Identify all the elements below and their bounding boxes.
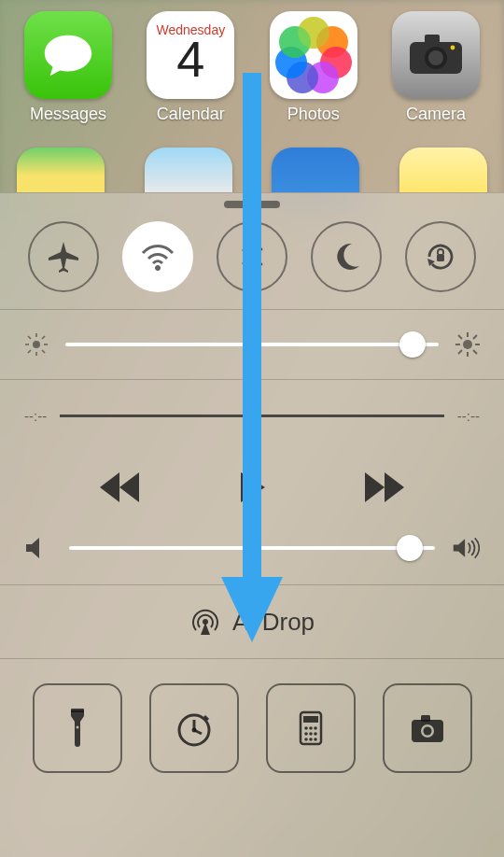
- transport-controls: [24, 472, 480, 506]
- timer-button[interactable]: [149, 683, 239, 773]
- bluetooth-icon: [233, 238, 271, 275]
- svg-point-39: [309, 732, 313, 736]
- svg-line-21: [458, 335, 462, 339]
- calendar-icon: Wednesday 4: [147, 11, 234, 99]
- scrubber-track[interactable]: [60, 414, 444, 417]
- svg-rect-1: [425, 35, 440, 44]
- brightness-track[interactable]: [65, 343, 439, 346]
- brightness-low-icon: [24, 332, 49, 357]
- rotation-lock-icon: [422, 238, 459, 275]
- svg-line-13: [42, 350, 45, 353]
- home-screen-row-2: [0, 148, 504, 194]
- app-camera[interactable]: Camera: [385, 11, 487, 124]
- moon-icon: [328, 238, 365, 275]
- brightness-high-icon: [455, 332, 480, 357]
- svg-point-7: [33, 341, 40, 348]
- svg-rect-34: [303, 716, 318, 723]
- airplane-icon: [45, 238, 82, 275]
- svg-line-23: [458, 350, 462, 354]
- control-center-panel: --:-- --:-- AirDrop: [0, 192, 504, 857]
- svg-point-3: [428, 50, 443, 65]
- rewind-icon: [100, 472, 139, 502]
- camera-quick-icon: [406, 707, 449, 750]
- volume-high-icon: [452, 536, 480, 560]
- app-messages[interactable]: Messages: [17, 11, 119, 124]
- svg-line-22: [473, 350, 477, 354]
- svg-point-37: [314, 726, 317, 730]
- media-scrubber[interactable]: --:-- --:--: [24, 408, 480, 424]
- wifi-toggle[interactable]: [122, 221, 193, 292]
- play-button[interactable]: [232, 472, 272, 506]
- svg-line-24: [473, 335, 477, 339]
- airdrop-button[interactable]: AirDrop: [0, 585, 504, 659]
- next-track-button[interactable]: [365, 472, 404, 506]
- camera-icon: [392, 11, 480, 99]
- messages-icon: [24, 11, 112, 99]
- app-peek[interactable]: [145, 148, 232, 194]
- panel-grabber[interactable]: [224, 201, 280, 208]
- quick-actions-row: [0, 659, 504, 797]
- airdrop-label: AirDrop: [232, 608, 315, 637]
- remaining-time: --:--: [457, 408, 480, 424]
- svg-point-35: [304, 726, 308, 730]
- svg-point-5: [156, 266, 161, 271]
- calendar-day: 4: [176, 34, 204, 84]
- photos-icon: [270, 11, 357, 99]
- camera-button[interactable]: [383, 683, 472, 773]
- svg-rect-6: [437, 254, 444, 261]
- app-calendar[interactable]: Wednesday 4 Calendar: [139, 11, 242, 124]
- app-label: Camera: [406, 105, 466, 124]
- svg-line-14: [28, 350, 31, 353]
- app-label: Messages: [30, 105, 106, 124]
- wifi-icon: [139, 238, 176, 275]
- play-icon: [232, 472, 272, 502]
- airdrop-icon: [189, 606, 221, 638]
- svg-rect-45: [421, 715, 430, 722]
- forward-icon: [365, 472, 404, 502]
- svg-point-40: [314, 732, 317, 736]
- svg-point-42: [309, 738, 313, 741]
- volume-low-icon: [24, 536, 52, 560]
- svg-line-15: [42, 336, 45, 339]
- app-peek[interactable]: [399, 148, 487, 194]
- svg-point-16: [463, 340, 472, 349]
- brightness-thumb[interactable]: [399, 331, 426, 358]
- volume-slider[interactable]: [24, 536, 480, 560]
- bluetooth-toggle[interactable]: [217, 221, 287, 292]
- rotation-lock-toggle[interactable]: [405, 221, 476, 292]
- airplane-mode-toggle[interactable]: [28, 221, 99, 292]
- volume-track[interactable]: [69, 546, 435, 550]
- app-label: Photos: [287, 105, 340, 124]
- svg-point-31: [191, 728, 196, 733]
- app-label: Calendar: [157, 105, 225, 124]
- flashlight-icon: [56, 707, 99, 750]
- do-not-disturb-toggle[interactable]: [311, 221, 382, 292]
- svg-point-47: [423, 727, 431, 736]
- elapsed-time: --:--: [24, 408, 47, 424]
- svg-point-43: [314, 738, 317, 741]
- volume-thumb[interactable]: [397, 535, 423, 561]
- svg-rect-26: [71, 709, 84, 712]
- home-screen-row: Messages Wednesday 4 Calendar Photos Cam…: [0, 0, 504, 124]
- toggle-row: [0, 218, 504, 310]
- svg-point-36: [309, 726, 313, 730]
- svg-point-38: [304, 732, 308, 736]
- svg-point-4: [451, 46, 455, 50]
- previous-track-button[interactable]: [100, 472, 139, 506]
- timer-icon: [173, 707, 216, 750]
- brightness-section: [0, 310, 504, 380]
- svg-line-12: [28, 336, 31, 339]
- flashlight-button[interactable]: [33, 683, 122, 773]
- app-peek[interactable]: [17, 148, 105, 194]
- app-peek[interactable]: [272, 148, 359, 194]
- app-photos[interactable]: Photos: [262, 11, 365, 124]
- calculator-button[interactable]: [266, 683, 356, 773]
- brightness-slider[interactable]: [24, 332, 480, 357]
- svg-point-41: [304, 738, 308, 741]
- svg-point-27: [76, 726, 78, 729]
- calculator-icon: [289, 707, 332, 750]
- media-section: --:-- --:--: [0, 380, 504, 585]
